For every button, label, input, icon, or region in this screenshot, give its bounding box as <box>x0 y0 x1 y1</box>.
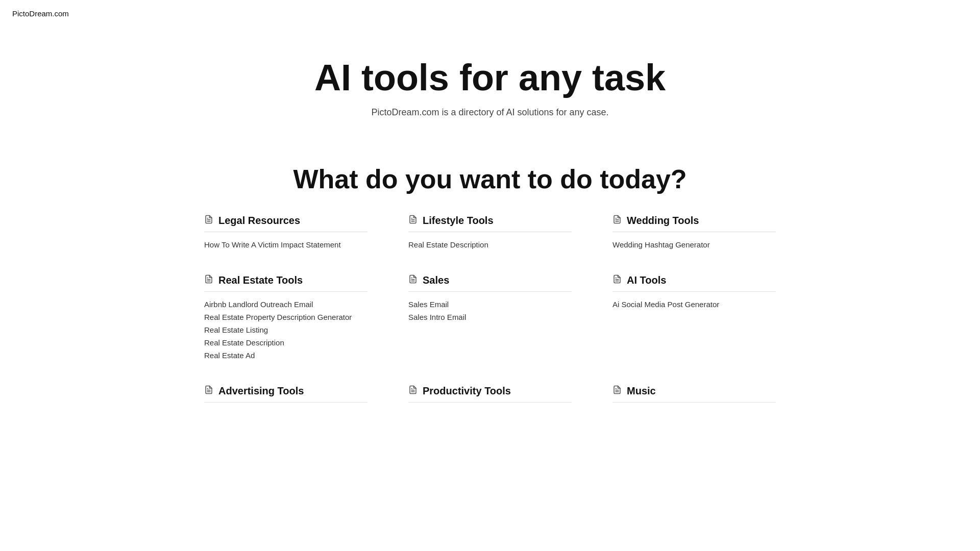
category-card-advertising-tools: Advertising Tools <box>204 385 368 411</box>
list-item[interactable]: How To Write A Victim Impact Statement <box>204 240 368 249</box>
category-items-ai-tools: Ai Social Media Post Generator <box>612 300 776 309</box>
document-icon-wedding-tools <box>612 215 622 227</box>
category-title-legal-resources: Legal Resources <box>218 215 300 227</box>
category-card-real-estate-tools: Real Estate ToolsAirbnb Landlord Outreac… <box>204 274 368 360</box>
categories-grid: Legal ResourcesHow To Write A Victim Imp… <box>184 215 796 441</box>
document-icon-sales <box>408 274 418 286</box>
nav-brand[interactable]: PictoDream.com <box>12 9 69 18</box>
category-header-music: Music <box>612 385 776 403</box>
category-header-lifestyle-tools: Lifestyle Tools <box>408 215 572 232</box>
list-item[interactable]: Real Estate Description <box>408 240 572 249</box>
hero-title: AI tools for any task <box>10 58 970 98</box>
hero-subtitle: PictoDream.com is a directory of AI solu… <box>10 107 970 118</box>
category-items-legal-resources: How To Write A Victim Impact Statement <box>204 240 368 249</box>
category-title-productivity-tools: Productivity Tools <box>423 385 511 397</box>
category-header-real-estate-tools: Real Estate Tools <box>204 274 368 292</box>
list-item[interactable]: Sales Intro Email <box>408 313 572 321</box>
category-card-ai-tools: AI ToolsAi Social Media Post Generator <box>612 274 776 360</box>
category-title-lifestyle-tools: Lifestyle Tools <box>423 215 494 227</box>
category-title-advertising-tools: Advertising Tools <box>218 385 304 397</box>
list-item[interactable]: Real Estate Property Description Generat… <box>204 313 368 321</box>
category-header-legal-resources: Legal Resources <box>204 215 368 232</box>
document-icon-ai-tools <box>612 274 622 286</box>
category-header-productivity-tools: Productivity Tools <box>408 385 572 403</box>
category-card-sales: SalesSales EmailSales Intro Email <box>408 274 572 360</box>
document-icon-lifestyle-tools <box>408 215 418 227</box>
category-header-ai-tools: AI Tools <box>612 274 776 292</box>
category-title-sales: Sales <box>423 274 449 286</box>
list-item[interactable]: Wedding Hashtag Generator <box>612 240 776 249</box>
list-item[interactable]: Real Estate Description <box>204 338 368 347</box>
list-item[interactable]: Ai Social Media Post Generator <box>612 300 776 309</box>
list-item[interactable]: Sales Email <box>408 300 572 309</box>
navbar: PictoDream.com <box>0 0 980 27</box>
category-title-music: Music <box>627 385 656 397</box>
category-card-music: Music <box>612 385 776 411</box>
hero-section: AI tools for any task PictoDream.com is … <box>0 27 980 133</box>
list-item[interactable]: Real Estate Ad <box>204 351 368 360</box>
category-title-ai-tools: AI Tools <box>627 274 666 286</box>
category-card-productivity-tools: Productivity Tools <box>408 385 572 411</box>
category-title-wedding-tools: Wedding Tools <box>627 215 699 227</box>
document-icon-legal-resources <box>204 215 213 227</box>
list-item[interactable]: Real Estate Listing <box>204 325 368 334</box>
category-items-real-estate-tools: Airbnb Landlord Outreach EmailReal Estat… <box>204 300 368 360</box>
category-items-lifestyle-tools: Real Estate Description <box>408 240 572 249</box>
category-card-legal-resources: Legal ResourcesHow To Write A Victim Imp… <box>204 215 368 249</box>
category-title-real-estate-tools: Real Estate Tools <box>218 274 303 286</box>
category-items-sales: Sales EmailSales Intro Email <box>408 300 572 321</box>
category-header-wedding-tools: Wedding Tools <box>612 215 776 232</box>
category-card-wedding-tools: Wedding ToolsWedding Hashtag Generator <box>612 215 776 249</box>
category-card-lifestyle-tools: Lifestyle ToolsReal Estate Description <box>408 215 572 249</box>
category-items-wedding-tools: Wedding Hashtag Generator <box>612 240 776 249</box>
document-icon-music <box>612 385 622 397</box>
document-icon-productivity-tools <box>408 385 418 397</box>
section-heading: What do you want to do today? <box>0 133 980 215</box>
document-icon-real-estate-tools <box>204 274 213 286</box>
document-icon-advertising-tools <box>204 385 213 397</box>
list-item[interactable]: Airbnb Landlord Outreach Email <box>204 300 368 309</box>
category-header-sales: Sales <box>408 274 572 292</box>
category-header-advertising-tools: Advertising Tools <box>204 385 368 403</box>
